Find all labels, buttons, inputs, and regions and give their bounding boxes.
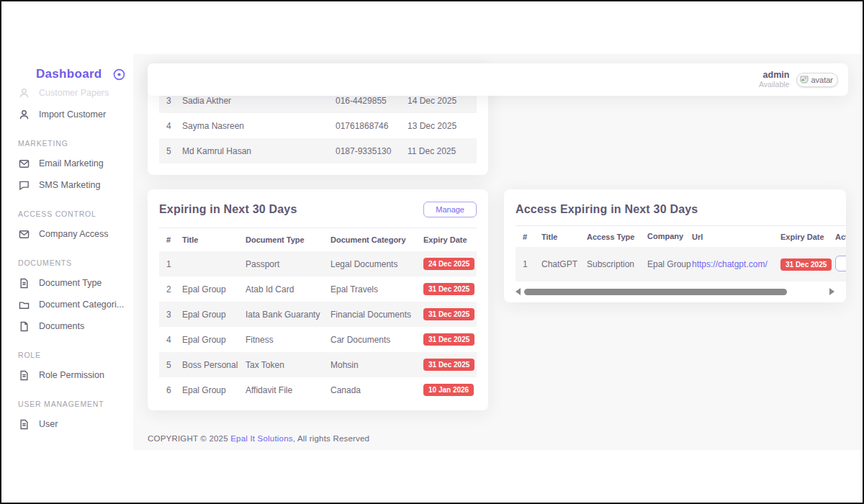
cell-doc-category: Legal Documents <box>330 259 423 269</box>
scroll-right-icon[interactable] <box>829 288 834 295</box>
col-expiry-date: Expiry Date <box>780 233 835 241</box>
cell-expiry-date: 31 Dec 2025 <box>423 333 477 346</box>
mail-icon <box>18 158 30 170</box>
file-text-icon <box>18 418 30 431</box>
sidebar-item-label: Email Marketing <box>39 158 104 168</box>
cell-doc-type: Passport <box>246 259 330 269</box>
chat-icon <box>18 179 30 192</box>
col-doc-type: Document Type <box>246 235 330 244</box>
copyright-text: COPYRIGHT © 2025 <box>148 434 228 443</box>
footer: COPYRIGHT © 2025 Epal It Solutions, All … <box>148 434 369 443</box>
cell-title: ChatGPT <box>541 259 587 269</box>
scrollbar-thumb[interactable] <box>524 289 787 295</box>
expiry-badge: 31 Dec 2025 <box>423 283 474 295</box>
table-row: 4 Sayma Nasreen 01761868746 13 Dec 2025 <box>159 113 477 138</box>
footer-link[interactable]: Epal It Solutions, <box>230 434 295 443</box>
cell-expiry-date: 31 Dec 2025 <box>780 258 835 271</box>
cell-name: Sayma Nasreen <box>182 121 336 131</box>
cell-expiry-date: 31 Dec 2025 <box>423 283 477 295</box>
expiry-badge: 31 Dec 2025 <box>423 308 474 320</box>
sidebar-item-document-categories[interactable]: Document Categori... <box>1 294 133 315</box>
cell-num: 1 <box>516 259 541 269</box>
app-window: Dashboard Customer Papers Import Custome… <box>0 0 864 504</box>
table-row: 4 Epal Group Fitness Car Documents 31 De… <box>159 327 477 352</box>
cell-date: 13 Dec 2025 <box>408 121 477 131</box>
expiry-badge: 31 Dec 2025 <box>423 359 474 371</box>
main-content: admin Available avatar 3 Sadia Akther 01… <box>133 54 863 450</box>
table-row: 5 Boss Personal Tax Token Mohsin 31 Dec … <box>159 352 477 377</box>
person-icon <box>18 87 30 99</box>
cell-doc-type: Iata Bank Guaranty <box>246 310 330 320</box>
user-info: admin Available <box>759 70 789 89</box>
cell-doc-category: Car Documents <box>330 335 423 345</box>
cell-name: Sadia Akther <box>182 96 336 106</box>
sidebar-item-sms-marketing[interactable]: SMS Marketing <box>1 174 133 196</box>
cell-expiry-date: 10 Jan 2026 <box>423 384 477 396</box>
sidebar-item-role-permission[interactable]: Role Permission <box>1 364 133 386</box>
cell-phone: 01761868746 <box>336 121 408 131</box>
sidebar-item-import-customer[interactable]: Import Customer <box>1 104 133 125</box>
col-title: Title <box>541 233 587 241</box>
cell-num: 5 <box>159 146 182 156</box>
scrollbar-track[interactable] <box>524 289 826 295</box>
cell-expiry-date: 24 Dec 2025 <box>423 258 477 270</box>
horizontal-scrollbar <box>516 288 834 295</box>
col-expiry-date: Expiry Date <box>423 235 477 244</box>
table-header-row: # Title Access Type Company Url Expiry D… <box>516 225 846 247</box>
cell-name: Md Kamrul Hasan <box>182 146 336 156</box>
app-title: Dashboard <box>36 67 102 81</box>
cell-num: 4 <box>159 335 182 345</box>
cell-num: 1 <box>159 259 182 269</box>
file-text-icon <box>18 277 30 289</box>
expiry-badge: 24 Dec 2025 <box>423 258 474 270</box>
card-title: Access Expiring in Next 30 Days <box>516 203 698 216</box>
sidebar-item-document-type[interactable]: Document Type <box>1 272 133 294</box>
cell-num: 3 <box>159 96 182 106</box>
sidebar-toggle-icon[interactable] <box>112 68 126 81</box>
sidebar-item-customer-papers[interactable]: Customer Papers <box>1 82 133 104</box>
col-company: Company <box>647 231 692 242</box>
file-icon <box>18 320 30 333</box>
sidebar-header: Dashboard <box>1 63 133 85</box>
sidebar-item-documents[interactable]: Documents <box>1 315 133 337</box>
table-row: 5 Md Kamrul Hasan 0187-9335130 11 Dec 20… <box>159 138 477 163</box>
sidebar-item-email-marketing[interactable]: Email Marketing <box>1 153 133 174</box>
cell-phone: 016-4429855 <box>336 96 408 106</box>
expiring-documents-card: Expiring in Next 30 Days Manage # Title … <box>148 189 488 410</box>
col-doc-category: Document Category <box>330 235 423 244</box>
action-button[interactable] <box>835 256 846 271</box>
avatar[interactable]: avatar <box>796 73 838 87</box>
sidebar-item-label: Import Customer <box>39 109 106 120</box>
cell-expiry-date: 31 Dec 2025 <box>423 308 477 320</box>
cell-doc-category: Financial Documents <box>330 310 423 320</box>
cell-company: Epal Group <box>647 259 692 270</box>
sidebar-item-company-access[interactable]: Company Access <box>1 223 133 245</box>
sidebar-section-user-management: USER MANAGEMENT <box>1 395 133 408</box>
sidebar-item-user[interactable]: User <box>1 413 133 435</box>
cell-title: Epal Group <box>182 310 246 320</box>
user-status: Available <box>759 80 789 89</box>
cell-phone: 0187-9335130 <box>336 146 408 156</box>
table-row: 1 ChatGPT Subscription Epal Group https:… <box>516 247 846 282</box>
cell-num: 5 <box>159 360 182 370</box>
sidebar: Dashboard Customer Papers Import Custome… <box>1 1 133 503</box>
cell-doc-type: Tax Token <box>246 360 330 370</box>
url-link[interactable]: https://chatgpt.com/ <box>692 259 768 269</box>
sidebar-item-label: Company Access <box>39 229 109 239</box>
user-name: admin <box>759 70 789 80</box>
col-access-type: Access Type <box>587 233 647 241</box>
col-url: Url <box>692 233 780 241</box>
manage-button[interactable]: Manage <box>423 202 477 217</box>
cell-doc-category: Mohsin <box>330 360 423 370</box>
cell-url: https://chatgpt.com/ <box>692 259 780 269</box>
scroll-left-icon[interactable] <box>516 288 521 295</box>
access-expiring-card: Access Expiring in Next 30 Days # Title … <box>504 189 846 302</box>
sidebar-item-label: User <box>39 419 58 429</box>
col-action: Action <box>835 233 846 241</box>
expiry-badge: 31 Dec 2025 <box>423 333 474 346</box>
cell-expiry-date: 31 Dec 2025 <box>423 359 477 371</box>
cell-title: Boss Personal <box>182 360 246 370</box>
file-text-icon <box>18 369 30 382</box>
cell-doc-category: Canada <box>330 385 423 395</box>
sidebar-item-label: Document Categori... <box>39 300 124 310</box>
